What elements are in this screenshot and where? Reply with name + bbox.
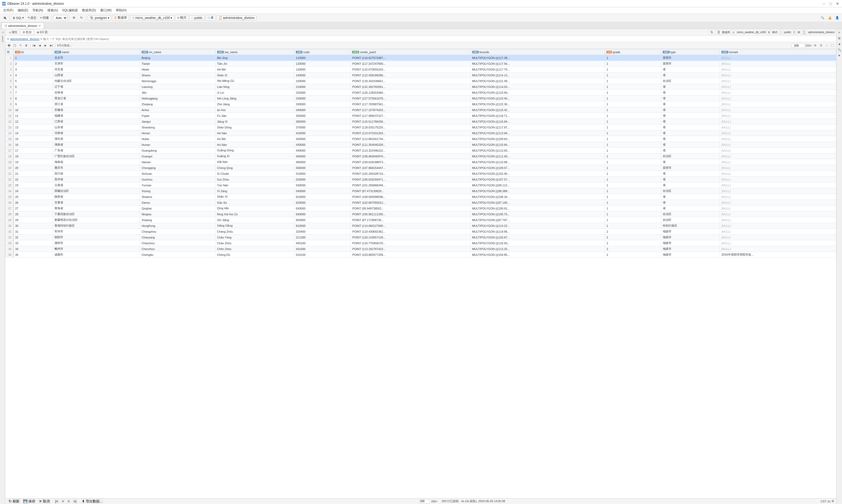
table-cell[interactable]: Guǎng Dōng bbox=[215, 148, 294, 154]
table-cell[interactable]: 430000 bbox=[294, 142, 350, 148]
table-cell[interactable]: Hubei bbox=[140, 136, 215, 142]
table-cell[interactable]: MULTIPOLYGON (((111.00... bbox=[470, 154, 605, 159]
table-cell[interactable]: 省 bbox=[661, 84, 720, 90]
table-cell[interactable]: 云南省 bbox=[53, 182, 140, 188]
table-cell[interactable]: 海南省 bbox=[53, 159, 140, 165]
table-cell[interactable]: 350000 bbox=[294, 113, 350, 119]
table-cell[interactable]: POINT (106.626259471... bbox=[351, 177, 470, 182]
table-cell[interactable]: 自治区 bbox=[661, 217, 720, 223]
col-header-remark[interactable]: ABC remark bbox=[720, 49, 836, 55]
table-tab-close[interactable]: ✕ bbox=[38, 24, 41, 28]
table-cell[interactable]: Níng Xià Huí Zú bbox=[215, 211, 294, 217]
table-cell[interactable]: 贵州省 bbox=[53, 177, 140, 182]
table-cell[interactable]: 360000 bbox=[294, 119, 350, 125]
table-cell[interactable]: 34 bbox=[14, 246, 53, 252]
table-cell[interactable]: 2 bbox=[14, 61, 53, 67]
table-cell[interactable]: MULTIPOLYGON (((116.42... bbox=[470, 107, 605, 113]
menu-edit[interactable]: 编辑(E) bbox=[16, 7, 30, 13]
table-row[interactable]: 2525陕西省ShaanxiShǎn Xī610000POINT (109.56… bbox=[5, 194, 836, 200]
table-row[interactable]: 1616湖南省HunanHú Nán430000POINT (111.35404… bbox=[5, 142, 836, 148]
table-cell[interactable]: 山西省 bbox=[53, 72, 140, 78]
table-cell[interactable]: 省 bbox=[661, 67, 720, 72]
table-cell[interactable]: 四川省 bbox=[53, 171, 140, 177]
table-row[interactable]: 77吉林省JilinJí Lín220000POINT (126.1282534… bbox=[5, 90, 836, 95]
table-cell[interactable]: 省 bbox=[661, 200, 720, 205]
table-cell[interactable]: 140000 bbox=[294, 72, 350, 78]
table-cell[interactable]: [NULL] bbox=[720, 101, 836, 107]
nav-last-button[interactable]: ▶| bbox=[49, 43, 54, 48]
table-cell[interactable]: Chēn Zhōu bbox=[215, 246, 294, 252]
table-cell[interactable]: POINT (116.770459276... bbox=[351, 240, 470, 246]
table-cell[interactable]: 12 bbox=[14, 119, 53, 125]
table-cell[interactable]: ān Huī bbox=[215, 107, 294, 113]
sub-toolbar-icon-3[interactable]: ◎ bbox=[731, 30, 736, 35]
table-cell[interactable]: [NULL] bbox=[720, 211, 836, 217]
table-cell[interactable]: 230000 bbox=[294, 95, 350, 101]
table-cell[interactable]: 河北省 bbox=[53, 67, 140, 72]
table-cell[interactable]: 黑龙江省 bbox=[53, 95, 140, 101]
sidebar-spatial-label[interactable]: Spatial bbox=[1, 36, 4, 42]
table-cell[interactable]: [NULL] bbox=[720, 95, 836, 101]
table-cell[interactable]: Changzhou bbox=[140, 229, 215, 234]
table-cell[interactable]: 445100 bbox=[294, 240, 350, 246]
table-cell[interactable]: 320400 bbox=[294, 229, 350, 234]
table-cell[interactable]: MULTIPOLYGON (((116.84... bbox=[470, 119, 605, 125]
table-cell[interactable]: 120000 bbox=[294, 61, 350, 67]
table-cell[interactable]: 省 bbox=[661, 182, 720, 188]
table-cell[interactable]: 湖南省 bbox=[53, 142, 140, 148]
table-cell[interactable]: MULTIPOLYGON (((120.87... bbox=[470, 234, 605, 240]
table-cell[interactable]: Hé Nán bbox=[215, 130, 294, 136]
table-cell[interactable]: 1 bbox=[605, 148, 661, 154]
table-cell[interactable]: MULTIPOLYGON (((123.90... bbox=[470, 90, 605, 95]
table-row[interactable]: 44山西省ShanxiShān Xī140000POINT (112.45818… bbox=[5, 72, 836, 78]
rs-icon-4[interactable]: 🔍 bbox=[837, 47, 842, 52]
table-cell[interactable]: 1 bbox=[605, 171, 661, 177]
table-row[interactable]: 2828宁夏回族自治区NingxiaNíng Xià Huí Zú640000P… bbox=[5, 211, 836, 217]
table-cell[interactable]: Cháng Zhōu bbox=[215, 229, 294, 234]
db-connection-segment[interactable]: 🐘 postgres ▾ bbox=[88, 15, 111, 20]
table-cell[interactable]: POINT (107.868154447... bbox=[351, 165, 470, 171]
table-cell[interactable]: POINT (122.392782691... bbox=[351, 84, 470, 90]
table-cell[interactable]: 530000 bbox=[294, 182, 350, 188]
row-limit-input[interactable] bbox=[792, 43, 805, 48]
table-cell[interactable]: MULTIPOLYGON (((97.190... bbox=[470, 200, 605, 205]
table-cell[interactable]: MULTIPOLYGON (((109.57... bbox=[470, 165, 605, 171]
table-cell[interactable]: Chengdu bbox=[140, 252, 215, 258]
fullscreen-button[interactable]: ⛶ bbox=[830, 43, 835, 48]
table-cell[interactable]: Hunan bbox=[140, 142, 215, 148]
table-cell[interactable]: Gān Sù bbox=[215, 200, 294, 205]
col-header-rownum[interactable]: ⊟ bbox=[5, 49, 14, 55]
table-cell[interactable]: 25 bbox=[14, 194, 53, 200]
table-cell[interactable]: Chaozhou bbox=[140, 240, 215, 246]
table-cell[interactable]: 自治区 bbox=[661, 211, 720, 217]
sql-editor-button[interactable]: 🗎 SQL ▾ bbox=[11, 15, 25, 21]
table-cell[interactable]: Shǎn Xī bbox=[215, 194, 294, 200]
table-cell[interactable]: MULTIPOLYGON (((113.25... bbox=[470, 246, 605, 252]
table-cell[interactable]: 直辖市 bbox=[661, 165, 720, 171]
table-cell[interactable]: [NULL] bbox=[720, 159, 836, 165]
table-cell[interactable]: [NULL] bbox=[720, 84, 836, 90]
table-cell[interactable]: 431000 bbox=[294, 246, 350, 252]
table-row[interactable]: 1717广东省GuangdongGuǎng Dōng440000POINT (1… bbox=[5, 148, 836, 154]
table-cell[interactable]: [NULL] bbox=[720, 223, 836, 229]
table-cell[interactable]: [NULL] bbox=[720, 188, 836, 194]
table-row[interactable]: 2626甘肃省GansuGān Sù620000POINT (102.89705… bbox=[5, 200, 836, 205]
db-name-segment[interactable]: 🗄 数据库 bbox=[112, 15, 129, 20]
sub-toolbar-icon-2[interactable]: 🗄 bbox=[716, 30, 721, 35]
add-row-button[interactable]: ➕ bbox=[6, 43, 12, 48]
table-cell[interactable]: POINT (113.322496222... bbox=[351, 148, 470, 154]
table-cell[interactable]: 吉林省 bbox=[53, 90, 140, 95]
table-cell[interactable]: MULTIPOLYGON (((109.63... bbox=[470, 136, 605, 142]
table-breadcrumb-link[interactable]: administrative_division bbox=[10, 37, 39, 40]
table-cell[interactable]: [NULL] bbox=[720, 205, 836, 211]
table-cell[interactable]: 广东省 bbox=[53, 148, 140, 154]
table-cell[interactable]: 11 bbox=[14, 113, 53, 119]
view-options-button[interactable]: ☰ bbox=[818, 43, 824, 48]
table-cell[interactable]: 省 bbox=[661, 171, 720, 177]
table-cell[interactable]: [NULL] bbox=[720, 113, 836, 119]
table-cell[interactable]: 5 bbox=[14, 78, 53, 84]
table-cell[interactable]: Jiāng Xī bbox=[215, 119, 294, 125]
table-cell[interactable]: 1 bbox=[605, 113, 661, 119]
close-button[interactable]: ✕ bbox=[835, 1, 840, 6]
table-cell[interactable]: 1 bbox=[605, 205, 661, 211]
